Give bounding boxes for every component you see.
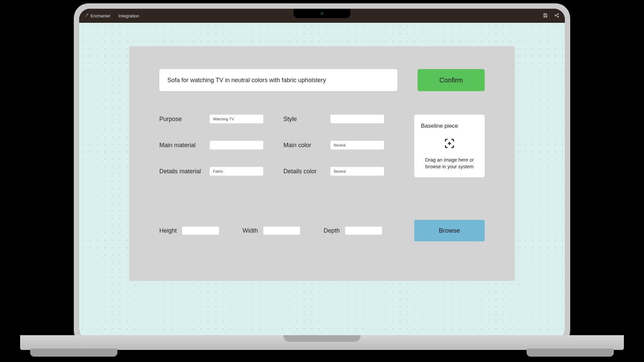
titlebar-actions (543, 13, 559, 19)
baseline-title: Baseline piece (421, 123, 478, 129)
baseline-help: Drag an image here or browse in your sys… (421, 157, 478, 170)
details-material-value: Fabric (213, 169, 223, 173)
dimensions-row: Height Width Depth Browse (159, 220, 485, 241)
screen: Enchanter Integration Sofa for w (79, 9, 565, 340)
main-color-value: Neutral (334, 143, 345, 147)
style-input[interactable] (330, 115, 384, 123)
main-material-label: Main material (159, 142, 210, 149)
browse-button[interactable]: Browse (414, 220, 485, 241)
width-label: Width (243, 227, 258, 234)
baseline-dropzone[interactable]: Baseline piece Drag an image here or bro… (414, 115, 485, 177)
share-icon[interactable] (554, 13, 559, 19)
depth-input[interactable] (345, 227, 382, 235)
app-name: Enchanter (91, 13, 110, 18)
details-material-label: Details material (159, 168, 210, 175)
save-icon[interactable] (543, 13, 548, 19)
height-label: Height (159, 227, 177, 234)
purpose-input[interactable]: Watching TV (210, 115, 263, 123)
details-color-value: Neutral (334, 169, 345, 173)
query-text: Sofa for watching TV in neutral colors w… (167, 77, 326, 84)
app-title: Enchanter (85, 13, 110, 18)
main-color-label: Main color (283, 142, 330, 149)
laptop-frame: Enchanter Integration Sofa for w (74, 3, 570, 345)
query-input[interactable]: Sofa for watching TV in neutral colors w… (159, 69, 397, 91)
purpose-value: Watching TV (213, 117, 234, 121)
style-label: Style (283, 116, 330, 123)
wand-icon (85, 13, 89, 18)
purpose-label: Purpose (159, 116, 210, 123)
details-material-input[interactable]: Fabric (210, 167, 263, 176)
height-input[interactable] (182, 227, 219, 235)
details-color-label: Details color (283, 168, 330, 175)
menu-integration[interactable]: Integration (118, 13, 139, 18)
depth-label: Depth (324, 227, 340, 234)
confirm-button[interactable]: Confirm (418, 69, 485, 91)
form-panel: Sofa for watching TV in neutral colors w… (129, 46, 515, 281)
screen-bezel: Enchanter Integration Sofa for w (79, 9, 565, 340)
confirm-label: Confirm (439, 76, 463, 84)
image-add-icon (421, 137, 478, 149)
workspace-canvas[interactable]: Sofa for watching TV in neutral colors w… (79, 23, 565, 340)
details-color-input[interactable]: Neutral (330, 167, 384, 176)
laptop-base (20, 335, 624, 359)
main-material-input[interactable] (210, 141, 263, 149)
browse-label: Browse (439, 227, 460, 234)
attribute-fields: Purpose Watching TV Style Main material … (159, 115, 394, 176)
camera-notch (293, 9, 351, 18)
width-input[interactable] (263, 227, 300, 235)
main-color-input[interactable]: Neutral (330, 141, 384, 149)
